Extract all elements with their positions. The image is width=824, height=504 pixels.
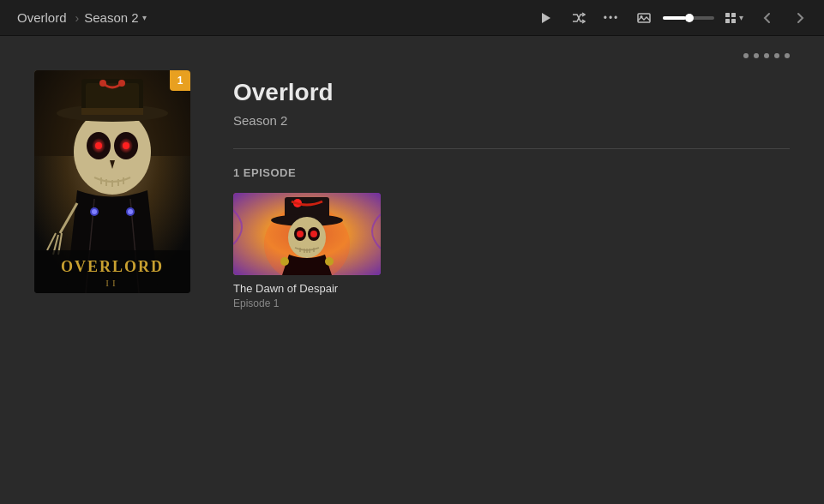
back-button[interactable] (754, 4, 781, 32)
svg-marker-0 (542, 13, 550, 23)
app-title[interactable]: Overlord (10, 10, 74, 25)
forward-button[interactable] (786, 4, 814, 32)
season-subtitle: Season 2 (233, 113, 334, 128)
grid-icon (725, 12, 737, 24)
svg-rect-4 (731, 13, 736, 17)
svg-point-30 (92, 209, 97, 214)
volume-slider[interactable] (663, 16, 714, 20)
dot-3 (764, 53, 769, 58)
svg-point-53 (280, 257, 289, 266)
divider (233, 148, 790, 149)
episodes-grid: The Dawn of Despair Episode 1 (233, 193, 790, 309)
svg-rect-24 (81, 108, 143, 115)
svg-point-54 (325, 257, 334, 266)
forward-icon (793, 11, 807, 25)
svg-point-32 (128, 209, 133, 214)
grid-chevron-icon: ▾ (739, 13, 743, 22)
shuffle-button[interactable] (565, 4, 592, 32)
season-selector[interactable]: Season 2 ▾ (81, 10, 149, 25)
photo-icon (637, 12, 651, 24)
episode-title: The Dawn of Despair (233, 282, 381, 295)
svg-point-14 (95, 142, 102, 149)
more-button[interactable]: ••• (598, 4, 625, 32)
poster-art: OVERLORD II (34, 70, 190, 293)
episode-number: Episode 1 (233, 297, 381, 309)
episode-thumb-art (233, 193, 381, 275)
dot-5 (785, 53, 790, 58)
dot-4 (774, 53, 779, 58)
svg-rect-5 (725, 19, 730, 23)
dot-2 (754, 53, 759, 58)
back-icon (761, 11, 774, 25)
episode-thumbnail (233, 193, 381, 275)
episode-count-badge: 1 (170, 70, 190, 91)
svg-rect-3 (725, 13, 730, 17)
svg-point-46 (297, 231, 304, 237)
svg-point-15 (123, 142, 129, 149)
info-panel: Overlord Season 2 1 EPISODE (233, 70, 790, 309)
main-content: OVERLORD II 1 Overlord Season 2 1 EPISOD… (0, 36, 824, 327)
svg-point-33 (99, 80, 106, 87)
grid-view-button[interactable]: ▾ (719, 9, 749, 27)
dot-1 (743, 53, 749, 58)
svg-text:II: II (105, 278, 118, 288)
svg-text:OVERLORD: OVERLORD (61, 258, 164, 275)
topbar: Overlord › Season 2 ▾ ••• (0, 0, 824, 36)
play-icon (540, 12, 552, 24)
episode-card[interactable]: The Dawn of Despair Episode 1 (233, 193, 381, 309)
play-button[interactable] (532, 4, 560, 32)
show-poster[interactable]: OVERLORD II (34, 70, 190, 293)
show-title: Overlord (233, 79, 334, 106)
svg-point-34 (118, 80, 125, 87)
chevron-down-icon: ▾ (142, 13, 147, 22)
volume-fill (663, 16, 686, 20)
more-icon: ••• (604, 12, 620, 24)
photo-button[interactable] (630, 4, 658, 32)
playback-controls: ••• ▾ (532, 4, 814, 32)
poster-container: OVERLORD II 1 (34, 70, 190, 309)
shuffle-icon (572, 12, 586, 24)
context-menu[interactable] (743, 53, 790, 58)
volume-thumb (685, 14, 694, 22)
svg-point-47 (310, 231, 317, 237)
episode-count-label: 1 EPISODE (233, 166, 790, 179)
svg-rect-6 (731, 19, 736, 23)
season-label: Season 2 (84, 10, 138, 25)
